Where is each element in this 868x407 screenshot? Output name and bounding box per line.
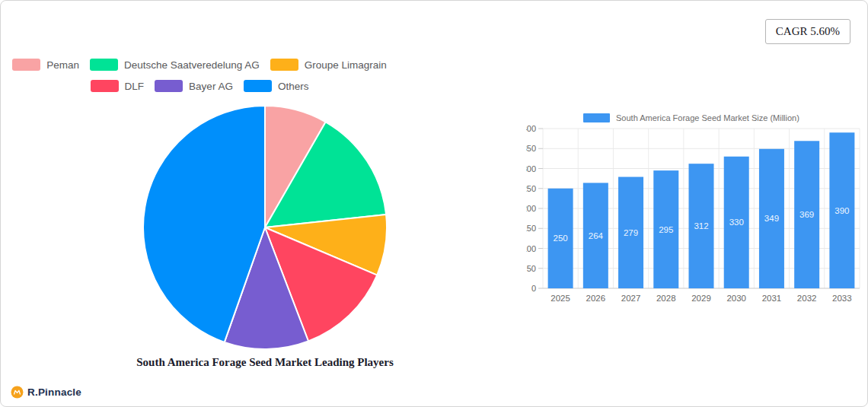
bar-value-label: 390	[834, 206, 849, 215]
legend-swatch	[12, 59, 40, 71]
bar-chart: 0501001502002503003504002502025264202627…	[526, 107, 867, 311]
bar-legend-label: South America Forage Seed Market Size (M…	[616, 113, 799, 122]
bar-value-label: 295	[659, 225, 673, 234]
cagr-badge: CAGR 5.60%	[765, 19, 850, 44]
bar-chart-svg: 0501001502002503003504002502025264202627…	[526, 107, 867, 311]
legend-swatch	[90, 59, 118, 71]
bar-value-label: 349	[764, 214, 779, 223]
x-tick-label: 2027	[621, 294, 641, 303]
y-tick-label: 150	[526, 224, 536, 233]
legend-row: PemanDeutsche Saatveredelung AGGroupe Li…	[16, 59, 383, 71]
bar-legend[interactable]: South America Forage Seed Market Size (M…	[583, 113, 799, 122]
x-tick-label: 2032	[797, 294, 817, 303]
legend-label: DLF	[125, 81, 145, 92]
logo-icon	[11, 386, 24, 399]
x-tick-label: 2030	[726, 294, 746, 303]
legend-item-dlf[interactable]: DLF	[91, 80, 145, 92]
legend-label: Groupe Limagrain	[305, 59, 387, 71]
legend-swatch	[270, 59, 298, 71]
x-tick-label: 2033	[832, 294, 852, 303]
pie-chart	[142, 104, 388, 351]
y-tick-label: 400	[526, 124, 536, 133]
bar-value-label: 312	[694, 221, 708, 231]
legend-row: DLFBayer AGOthers	[16, 80, 383, 92]
legend-item-deutsche-saatveredelung-ag[interactable]: Deutsche Saatveredelung AG	[90, 59, 260, 71]
bar-value-label: 330	[729, 218, 744, 227]
legend-swatch	[91, 80, 119, 92]
y-tick-label: 100	[526, 244, 536, 253]
logo-text: R.Pinnacle	[27, 386, 81, 398]
bar-value-label: 279	[624, 228, 638, 237]
y-tick-label: 250	[526, 184, 536, 193]
y-tick-label: 200	[526, 204, 536, 213]
y-tick-label: 300	[526, 164, 536, 173]
x-tick-label: 2031	[762, 294, 782, 303]
bar-legend-swatch	[583, 113, 610, 122]
x-tick-label: 2029	[691, 294, 711, 303]
legend-label: Others	[278, 81, 309, 92]
legend-label: Peman	[46, 59, 79, 71]
bar-value-label: 369	[799, 210, 814, 219]
x-tick-label: 2028	[656, 294, 676, 303]
bar-value-label: 250	[554, 234, 568, 243]
legend-label: Bayer AG	[189, 81, 233, 92]
x-tick-label: 2025	[550, 294, 570, 303]
pie-legend: PemanDeutsche Saatveredelung AGGroupe Li…	[16, 59, 383, 92]
legend-swatch	[155, 80, 183, 92]
y-tick-label: 50	[527, 264, 536, 273]
bar-value-label: 264	[589, 231, 604, 240]
report-card: CAGR 5.60% PemanDeutsche Saatveredelung …	[0, 0, 868, 407]
legend-swatch	[244, 80, 272, 92]
legend-item-peman[interactable]: Peman	[12, 59, 79, 71]
y-tick-label: 0	[531, 284, 536, 293]
x-tick-label: 2026	[586, 294, 606, 303]
pie-chart-title: South America Forage Seed Market Leading…	[115, 356, 415, 369]
logo: R.Pinnacle	[11, 386, 81, 399]
y-axis-labels: 050100150200250300350400	[526, 124, 536, 293]
legend-item-others[interactable]: Others	[244, 80, 309, 92]
y-tick-label: 350	[526, 144, 536, 153]
legend-item-bayer-ag[interactable]: Bayer AG	[155, 80, 233, 92]
legend-label: Deutsche Saatveredelung AG	[124, 59, 260, 71]
legend-item-groupe-limagrain[interactable]: Groupe Limagrain	[270, 59, 387, 71]
